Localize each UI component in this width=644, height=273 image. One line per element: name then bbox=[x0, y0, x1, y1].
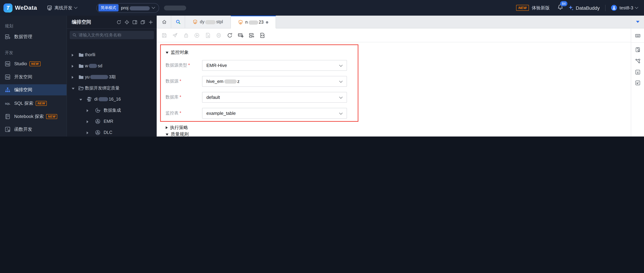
tree-item[interactable]: EMR bbox=[67, 116, 157, 127]
caret-right-icon[interactable] bbox=[72, 76, 74, 79]
section-quality-rules[interactable]: 质量规则 bbox=[166, 131, 189, 137]
section-monitor-object[interactable]: 监控对象 bbox=[166, 49, 189, 56]
rail-download-icon[interactable] bbox=[635, 69, 640, 75]
module-switcher-label: 离线开发 bbox=[54, 5, 72, 11]
redacted-text bbox=[248, 20, 258, 25]
sidebar-section-label: 规划 bbox=[5, 22, 13, 30]
tree-item[interactable]: wsd bbox=[67, 60, 157, 71]
section-label: 监控对象 bbox=[171, 49, 189, 56]
tree-item-label: yu3期 bbox=[85, 71, 116, 82]
select-value: EMR-Hive bbox=[206, 63, 227, 68]
database-select[interactable]: default bbox=[202, 92, 347, 103]
avatar[interactable] bbox=[611, 5, 617, 11]
caret-right-icon[interactable] bbox=[72, 65, 74, 68]
tree-item[interactable]: di16_16 bbox=[67, 94, 157, 105]
try-new-version-link[interactable]: 体验新版 bbox=[532, 5, 550, 11]
rail-top bbox=[631, 16, 644, 29]
datasource-select[interactable]: hive_emz bbox=[202, 76, 347, 87]
sql-icon: SQL bbox=[5, 100, 10, 106]
right-icon-rail bbox=[631, 16, 644, 137]
folder-icon bbox=[78, 63, 84, 70]
chevron-down-icon bbox=[635, 5, 638, 9]
play-button bbox=[194, 33, 200, 38]
code-button[interactable] bbox=[260, 33, 265, 38]
chevron-down-icon bbox=[152, 5, 155, 9]
redacted-text bbox=[164, 5, 186, 10]
svg-text:Sq: Sq bbox=[6, 62, 10, 65]
field-label: 数据源类型* bbox=[166, 60, 190, 71]
new-badge: NEW bbox=[46, 114, 57, 119]
tab-task-active[interactable]: n23 bbox=[231, 16, 276, 28]
sidebar-item-label: SQL 探索 bbox=[14, 100, 33, 106]
sidebar-item-label: Notebook 探索 bbox=[14, 113, 44, 120]
chevron-down-icon bbox=[74, 5, 78, 9]
sidebar-item-data-mgmt[interactable]: 数据管理 bbox=[0, 31, 66, 42]
caret-right-icon[interactable] bbox=[87, 109, 88, 112]
sidebar-item-studio[interactable]: SqStudioNEW bbox=[0, 58, 66, 69]
select-value: example_table bbox=[206, 111, 236, 116]
triangle-down-icon bbox=[166, 134, 168, 136]
caret-right-icon[interactable] bbox=[87, 131, 88, 134]
section-label: 质量规则 bbox=[171, 131, 189, 137]
field-label: 监控表* bbox=[166, 108, 181, 118]
project-selector[interactable]: 简单模式 proj bbox=[96, 3, 159, 13]
tree-item[interactable]: DLC bbox=[67, 127, 157, 137]
section-exec-strategy[interactable]: 执行策略 bbox=[166, 125, 188, 131]
tab-label: dystpl bbox=[200, 20, 223, 24]
rail-clipboard-icon[interactable] bbox=[635, 47, 640, 52]
rule-config-button[interactable] bbox=[238, 33, 243, 38]
datasource-type-select[interactable]: EMR-Hive bbox=[202, 60, 347, 71]
tab-home[interactable] bbox=[157, 16, 171, 28]
svg-text:Sq: Sq bbox=[6, 76, 10, 78]
monitor-icon bbox=[47, 5, 52, 11]
redacted-text bbox=[205, 20, 216, 24]
rail-flow-icon[interactable] bbox=[635, 58, 640, 64]
caret-right-icon[interactable] bbox=[72, 54, 74, 56]
module-switcher[interactable]: 离线开发 bbox=[47, 5, 77, 11]
user-menu[interactable]: test8-3 bbox=[620, 5, 634, 11]
tree-item[interactable]: yu3期 bbox=[67, 71, 157, 82]
sidebar-item-orchestrate[interactable]: 编排空间 bbox=[0, 84, 66, 95]
field-label: 数据源* bbox=[166, 76, 181, 87]
select-value: hive_emz bbox=[206, 79, 240, 84]
lock-button bbox=[183, 33, 189, 38]
orchestrate-icon bbox=[5, 87, 10, 93]
databuddy-button[interactable]: DataBuddy bbox=[576, 5, 600, 11]
person-icon bbox=[612, 6, 616, 10]
topbar-right: NEW 体验新版 84 DataBuddy test8-3 bbox=[516, 4, 638, 12]
sidebar-item-sql[interactable]: SQLSQL 探索NEW bbox=[0, 98, 66, 109]
sidebar: 规划数据管理开发SqStudioNEWSq开发空间编排空间SQLSQL 探索NE… bbox=[0, 16, 67, 137]
dev-space-icon: Sq bbox=[5, 74, 10, 80]
tree-item-label: di16_16 bbox=[94, 94, 121, 105]
editor-toolbar bbox=[157, 29, 631, 42]
hex-icon bbox=[95, 130, 100, 137]
tree-item[interactable]: 数据开发绑定质量 bbox=[67, 82, 157, 94]
notification-count-badge: 84 bbox=[560, 1, 568, 6]
main-area: dystpln23 ‹ 监控对象 数据源类型* EMR-Hive bbox=[157, 16, 631, 137]
sidebar-item-notebook[interactable]: Notebook 探索NEW bbox=[0, 111, 66, 122]
tab-search[interactable] bbox=[171, 16, 185, 28]
tree-item[interactable]: 数据集成 bbox=[67, 105, 157, 116]
integration-icon bbox=[95, 107, 100, 114]
caret-right-icon[interactable] bbox=[87, 120, 88, 123]
hex-icon bbox=[95, 118, 100, 125]
tab-list-dropdown[interactable] bbox=[636, 21, 639, 23]
tab-task[interactable]: dystpl bbox=[185, 16, 231, 28]
refresh-button[interactable] bbox=[227, 33, 232, 38]
sidebar-item-dev-space[interactable]: Sq开发空间 bbox=[0, 71, 66, 82]
new-badge: NEW bbox=[516, 5, 529, 11]
caret-down-icon[interactable] bbox=[79, 99, 82, 100]
rule-list-button[interactable] bbox=[249, 33, 254, 38]
home-icon bbox=[162, 20, 166, 24]
tree-item[interactable]: thorlli bbox=[67, 49, 157, 60]
monitor-table-select[interactable]: example_table bbox=[202, 108, 347, 118]
caret-down-icon[interactable] bbox=[72, 88, 74, 89]
notifications-button[interactable]: 84 bbox=[557, 4, 563, 12]
rail-resize-icon[interactable] bbox=[635, 80, 640, 86]
svg-text:f: f bbox=[7, 128, 8, 131]
editor-tabbar: dystpln23 bbox=[157, 16, 631, 29]
keyboard-shortcuts-icon[interactable] bbox=[635, 33, 640, 39]
field-label: 数据库* bbox=[166, 92, 181, 103]
sidebar-item-fx[interactable]: f函数开发 bbox=[0, 124, 66, 135]
send-button bbox=[172, 33, 178, 38]
